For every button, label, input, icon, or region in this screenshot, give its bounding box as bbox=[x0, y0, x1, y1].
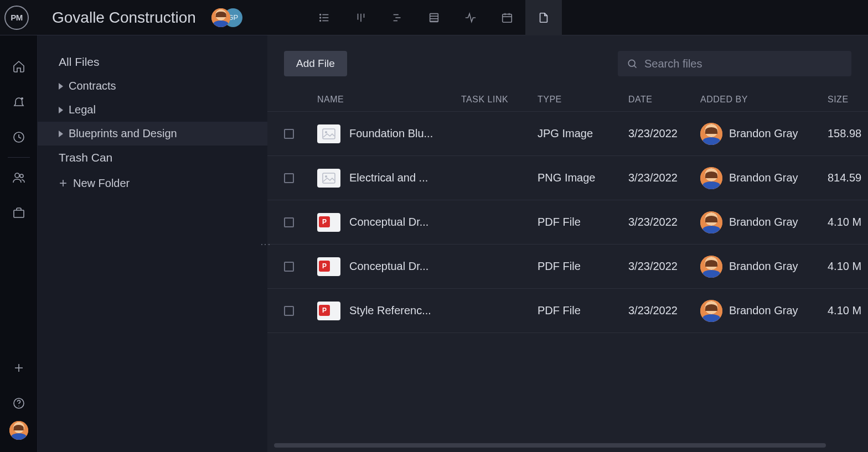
user-avatar[interactable] bbox=[700, 211, 722, 233]
added-by-cell: Brandon Gray bbox=[700, 123, 828, 145]
row-checkbox[interactable] bbox=[284, 129, 294, 139]
file-name-cell[interactable]: Electrical and ... bbox=[317, 169, 461, 188]
chevron-right-icon bbox=[59, 131, 63, 137]
team-icon[interactable] bbox=[0, 160, 38, 195]
header-added-by[interactable]: ADDED BY bbox=[700, 95, 828, 105]
file-date-cell: 3/23/2022 bbox=[628, 216, 700, 228]
user-name: Brandon Gray bbox=[729, 304, 798, 317]
header-task-link[interactable]: TASK LINK bbox=[461, 95, 538, 105]
pdf-file-icon bbox=[317, 302, 340, 320]
file-name: Electrical and ... bbox=[349, 172, 428, 184]
recent-icon[interactable] bbox=[0, 120, 38, 155]
folder-sidebar: All Files Contracts Legal Blueprints and… bbox=[38, 35, 267, 452]
file-date-cell: 3/23/2022 bbox=[628, 172, 700, 184]
table-row[interactable]: Style Referenc... PDF File 3/23/2022 Bra… bbox=[267, 289, 868, 333]
file-name-cell[interactable]: Conceptual Dr... bbox=[317, 213, 461, 232]
file-name: Conceptual Dr... bbox=[349, 216, 428, 228]
table-row[interactable]: Electrical and ... PNG Image 3/23/2022 B… bbox=[267, 156, 868, 200]
avatar-user-1[interactable] bbox=[211, 8, 230, 27]
added-by-cell: Brandon Gray bbox=[700, 211, 828, 233]
header-name[interactable]: NAME bbox=[317, 95, 461, 105]
svg-point-34 bbox=[325, 175, 327, 178]
file-date-cell: 3/23/2022 bbox=[628, 304, 700, 317]
header-size[interactable]: SIZE bbox=[828, 95, 868, 105]
user-name: Brandon Gray bbox=[729, 216, 798, 228]
folder-contracts[interactable]: Contracts bbox=[38, 74, 267, 98]
add-file-button[interactable]: Add File bbox=[284, 51, 347, 76]
folder-legal[interactable]: Legal bbox=[38, 98, 267, 122]
folder-label: Contracts bbox=[69, 80, 116, 92]
user-avatar[interactable] bbox=[700, 256, 722, 278]
file-name-cell[interactable]: Conceptual Dr... bbox=[317, 257, 461, 276]
app-logo[interactable]: PM bbox=[4, 6, 29, 30]
folder-all-files[interactable]: All Files bbox=[38, 50, 267, 74]
portfolio-icon[interactable] bbox=[0, 195, 38, 231]
notifications-icon[interactable] bbox=[0, 84, 38, 120]
svg-point-20 bbox=[21, 97, 23, 100]
svg-rect-12 bbox=[430, 13, 438, 22]
folder-blueprints-design[interactable]: Blueprints and Design bbox=[38, 122, 267, 146]
calendar-view-icon[interactable] bbox=[489, 0, 525, 35]
svg-point-22 bbox=[15, 173, 19, 178]
header-date[interactable]: DATE bbox=[628, 95, 700, 105]
added-by-cell: Brandon Gray bbox=[700, 167, 828, 189]
new-folder-label: New Folder bbox=[73, 177, 130, 190]
board-view-icon[interactable] bbox=[343, 0, 379, 35]
project-title: Govalle Construction bbox=[52, 9, 196, 27]
app-logo-text: PM bbox=[11, 13, 23, 22]
file-type-cell: PDF File bbox=[538, 304, 628, 317]
file-type-cell: PDF File bbox=[538, 216, 628, 228]
svg-rect-16 bbox=[503, 14, 512, 22]
user-avatar[interactable] bbox=[700, 123, 722, 145]
file-date-cell: 3/23/2022 bbox=[628, 260, 700, 273]
scrollbar-thumb[interactable] bbox=[274, 443, 826, 448]
table-row[interactable]: Foundation Blu... JPG Image 3/23/2022 Br… bbox=[267, 112, 868, 156]
table-row[interactable]: Conceptual Dr... PDF File 3/23/2022 Bran… bbox=[267, 200, 868, 245]
file-date-cell: 3/23/2022 bbox=[628, 127, 700, 140]
row-checkbox[interactable] bbox=[284, 306, 294, 316]
folder-label: Legal bbox=[69, 103, 96, 116]
member-avatars[interactable]: GP bbox=[211, 8, 242, 27]
current-user-avatar[interactable] bbox=[9, 421, 28, 440]
view-switcher bbox=[306, 0, 562, 35]
svg-point-28 bbox=[18, 406, 19, 407]
row-checkbox[interactable] bbox=[284, 173, 294, 183]
user-avatar[interactable] bbox=[700, 167, 722, 189]
gantt-view-icon[interactable] bbox=[379, 0, 416, 35]
file-size-cell: 4.10 M bbox=[828, 260, 868, 273]
user-name: Brandon Gray bbox=[729, 260, 798, 273]
table-row[interactable]: Conceptual Dr... PDF File 3/23/2022 Bran… bbox=[267, 245, 868, 289]
sheet-view-icon[interactable] bbox=[416, 0, 452, 35]
search-input[interactable] bbox=[644, 58, 843, 70]
home-icon[interactable] bbox=[0, 49, 38, 84]
header-type[interactable]: TYPE bbox=[538, 95, 628, 105]
panel-resize-handle[interactable]: ⋮ bbox=[260, 240, 272, 248]
pdf-file-icon bbox=[317, 213, 340, 232]
row-checkbox[interactable] bbox=[284, 262, 294, 272]
row-checkbox[interactable] bbox=[284, 217, 294, 227]
file-name: Conceptual Dr... bbox=[349, 260, 428, 273]
list-view-icon[interactable] bbox=[306, 0, 343, 35]
search-box[interactable] bbox=[618, 51, 851, 76]
horizontal-scrollbar[interactable] bbox=[274, 442, 861, 449]
folder-label: All Files bbox=[59, 55, 100, 69]
file-size-cell: 158.98 bbox=[828, 127, 868, 140]
files-toolbar: Add File bbox=[267, 35, 868, 87]
file-name-cell[interactable]: Style Referenc... bbox=[317, 302, 461, 320]
folder-trash[interactable]: Trash Can bbox=[38, 146, 267, 170]
new-folder-button[interactable]: + New Folder bbox=[38, 170, 267, 196]
file-type-cell: JPG Image bbox=[538, 127, 628, 140]
file-name-cell[interactable]: Foundation Blu... bbox=[317, 124, 461, 143]
file-type-cell: PDF File bbox=[538, 260, 628, 273]
add-icon[interactable] bbox=[0, 350, 38, 386]
table-header: NAME TASK LINK TYPE DATE ADDED BY SIZE bbox=[267, 87, 868, 112]
help-icon[interactable] bbox=[0, 386, 38, 421]
user-avatar[interactable] bbox=[700, 300, 722, 322]
user-name: Brandon Gray bbox=[729, 127, 798, 140]
files-view-icon[interactable] bbox=[525, 0, 562, 35]
file-content: Add File NAME TASK LINK TYPE DATE ADDED … bbox=[267, 35, 868, 452]
user-name: Brandon Gray bbox=[729, 172, 798, 184]
file-type-cell: PNG Image bbox=[538, 172, 628, 184]
added-by-cell: Brandon Gray bbox=[700, 256, 828, 278]
activity-view-icon[interactable] bbox=[452, 0, 489, 35]
